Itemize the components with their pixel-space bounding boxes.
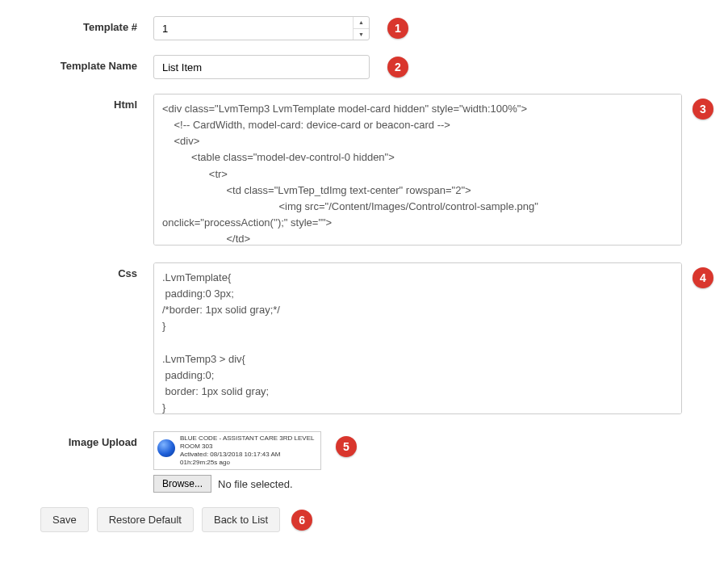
css-textarea[interactable] — [153, 262, 682, 414]
annotation-badge-4: 4 — [692, 267, 713, 288]
annotation-badge-3: 3 — [692, 99, 713, 120]
annotation-badge-1: 1 — [387, 18, 408, 39]
upload-preview: BLUE CODE - ASSISTANT CARE 3RD LEVEL ROO… — [153, 431, 321, 470]
template-name-input[interactable] — [153, 55, 370, 79]
template-number-stepper[interactable]: ▲ ▼ — [153, 16, 370, 40]
row-css: Css 4 — [24, 262, 704, 417]
template-number-input[interactable] — [154, 23, 353, 35]
row-image-upload: Image Upload BLUE CODE - ASSISTANT CARE … — [24, 431, 704, 493]
stepper-down-icon[interactable]: ▼ — [354, 29, 369, 40]
browse-button[interactable]: Browse... — [153, 475, 211, 493]
action-row: Save Restore Default Back to List 6 — [24, 507, 704, 532]
label-css: Css — [24, 262, 153, 279]
label-template-number: Template # — [24, 16, 153, 33]
preview-text: BLUE CODE - ASSISTANT CARE 3RD LEVEL ROO… — [180, 434, 314, 467]
label-image-upload: Image Upload — [24, 431, 153, 448]
file-status: No file selected. — [218, 478, 293, 490]
preview-line2: ROOM 303 — [180, 443, 314, 451]
annotation-badge-5: 5 — [336, 436, 357, 457]
preview-line1: BLUE CODE - ASSISTANT CARE 3RD LEVEL — [180, 434, 314, 443]
preview-line4: 01h:29m:25s ago — [180, 459, 314, 467]
annotation-badge-6: 6 — [291, 510, 312, 531]
preview-line3: Activated: 08/13/2018 10:17:43 AM — [180, 451, 314, 459]
stepper-up-icon[interactable]: ▲ — [354, 17, 369, 29]
restore-default-button[interactable]: Restore Default — [97, 507, 194, 532]
annotation-badge-2: 2 — [387, 57, 408, 78]
row-template-number: Template # ▲ ▼ 1 — [24, 16, 704, 40]
blue-dot-icon — [157, 439, 175, 457]
html-textarea[interactable] — [153, 94, 682, 246]
back-to-list-button[interactable]: Back to List — [202, 507, 280, 532]
save-button[interactable]: Save — [40, 507, 89, 532]
label-template-name: Template Name — [24, 55, 153, 72]
label-html: Html — [24, 94, 153, 111]
row-template-name: Template Name 2 — [24, 55, 704, 79]
row-html: Html 3 — [24, 94, 704, 248]
